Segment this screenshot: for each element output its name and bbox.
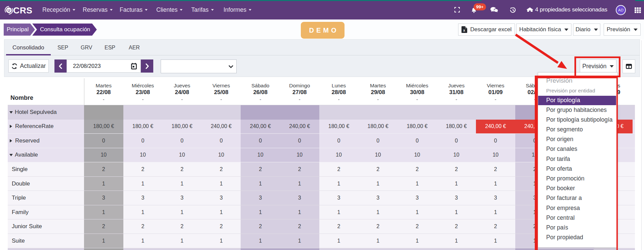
- svg-text:x: x: [463, 28, 465, 32]
- svg-text:U: U: [7, 8, 10, 12]
